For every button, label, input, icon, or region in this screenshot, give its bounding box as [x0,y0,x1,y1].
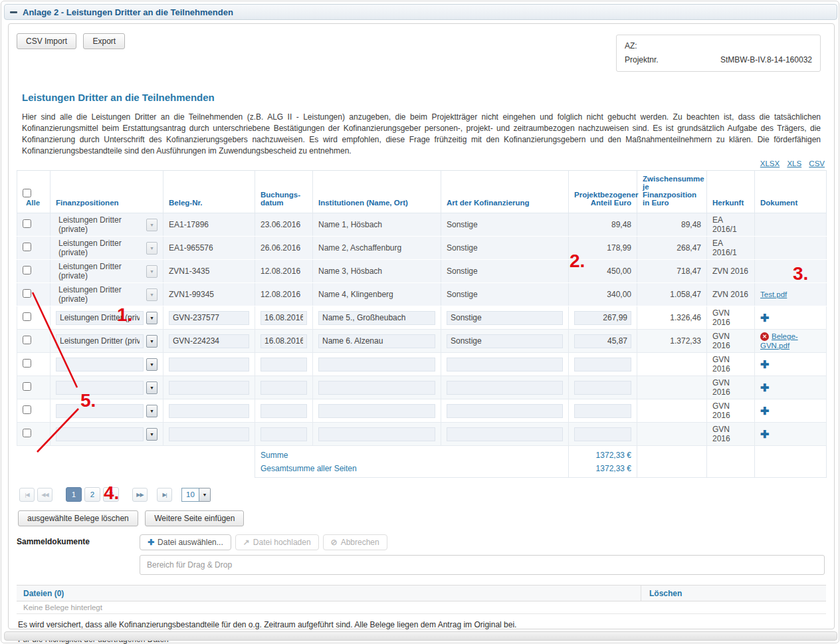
kofinanzierung-art-input[interactable] [447,311,563,325]
table-row: ▼GVN 2016✚ [17,423,827,446]
page-size-dropdown-button[interactable]: ▼ [199,488,211,502]
page-1-button[interactable]: 1 [66,487,82,502]
buchungsdatum-input[interactable] [261,358,307,372]
beleg-nr-input[interactable] [169,334,249,348]
buchungsdatum-value: 12.08.2016 [261,267,300,276]
zwischensumme-value: 1.372,33 [670,336,701,346]
col-header-zwischensumme: Zwischensumme je Finanzposition in Euro [637,171,707,213]
finanzposition-dropdown-button[interactable]: ▼ [146,335,158,348]
xls-link[interactable]: XLS [787,160,801,167]
add-document-button[interactable]: ✚ [760,405,769,417]
finanzposition-cell: ▼ [56,427,158,441]
finanzposition-input[interactable] [56,381,144,395]
row-select-checkbox[interactable] [23,429,31,437]
finanzposition-dropdown-button[interactable]: ▼ [146,312,158,324]
drag-drop-area[interactable]: Bereich für Drag & Drop [140,555,825,575]
row-select-checkbox[interactable] [23,382,31,391]
row-select-checkbox[interactable] [23,266,31,274]
delete-selected-button[interactable]: ausgewählte Belege löschen [18,510,138,526]
table-row: Leistungen Dritter (private)▼ZVN1-993451… [17,283,827,306]
beleg-nr-input[interactable] [169,381,249,395]
page-size-select[interactable]: 10 ▼ [181,488,211,502]
files-header: Dateien (0) [17,586,641,601]
kofinanzierung-art-input[interactable] [447,404,563,418]
anteil-input[interactable] [574,427,631,441]
institution-input[interactable] [318,404,435,418]
finanzposition-input[interactable] [56,404,144,418]
kofinanzierung-art-input[interactable] [447,427,563,441]
institution-input[interactable] [318,358,435,372]
row-select-checkbox[interactable] [23,243,31,251]
xlsx-link[interactable]: XLSX [760,160,780,167]
institution-value: Name 1, Hösbach [318,220,382,229]
institution-input[interactable] [318,334,435,348]
col-header-art-kofinanzierung: Art der Kofinanzierung [441,171,569,213]
csv-import-button[interactable]: CSV Import [17,33,76,49]
page-2-button[interactable]: 2 [84,487,100,502]
herkunft-value: EA 2016/1 [712,239,737,257]
add-document-button[interactable]: ✚ [760,382,769,393]
add-document-button[interactable]: ✚ [760,312,769,324]
collapse-minus-icon[interactable] [10,9,17,16]
beleg-nr-input[interactable] [169,427,249,441]
delete-document-button[interactable]: ✕ [760,332,769,341]
add-document-button[interactable]: ✚ [760,359,769,370]
finanzposition-input[interactable] [56,427,144,441]
buchungsdatum-input[interactable] [261,334,307,348]
next-page-button[interactable]: ▶▶ [132,488,148,502]
row-select-checkbox[interactable] [23,312,31,321]
select-all-label: Alle [26,199,40,207]
collapsed-section-bar[interactable] [4,631,837,641]
col-header-dokument: Dokument [755,171,827,213]
page-3-button[interactable]: 3 [103,487,119,502]
anteil-input[interactable] [574,334,631,348]
anteil-value: 89,48 [611,220,631,229]
finanzposition-input[interactable] [56,311,144,325]
finanzposition-dropdown-button[interactable]: ▼ [146,381,158,394]
buchungsdatum-input[interactable] [261,381,307,395]
institution-input[interactable] [318,427,435,441]
herkunft-value: GVN 2016 [712,308,730,327]
csv-link[interactable]: CSV [809,160,825,167]
sammeldokumente-label: Sammeldokumente [17,534,140,575]
last-page-button[interactable]: ▶| [157,488,172,502]
finanzposition-dropdown-button[interactable]: ▼ [146,405,158,417]
col-header-herkunft: Herkunft [707,171,755,213]
finanzposition-input[interactable] [56,334,144,348]
select-all-checkbox[interactable] [23,189,31,197]
herkunft-value: EA 2016/1 [712,215,737,234]
export-button[interactable]: Export [83,33,125,49]
institution-input[interactable] [318,381,435,395]
page-size-value: 10 [181,488,199,502]
row-select-checkbox[interactable] [23,405,31,414]
beleg-nr-input[interactable] [169,311,249,325]
buchungsdatum-input[interactable] [261,311,307,325]
buchungsdatum-input[interactable] [261,404,307,418]
row-select-checkbox[interactable] [23,336,31,344]
add-page-button[interactable]: Weitere Seite einfügen [145,510,244,526]
document-link[interactable]: Test.pdf [760,290,787,298]
row-select-checkbox[interactable] [23,219,31,228]
anteil-input[interactable] [574,381,631,395]
beleg-nr-input[interactable] [169,404,249,418]
institution-input[interactable] [318,311,435,325]
prev-page-button[interactable]: ◀◀ [37,488,52,502]
add-document-button[interactable]: ✚ [760,429,769,440]
buchungsdatum-input[interactable] [261,427,307,441]
table-row: ▼GVN 2016✚ [17,376,827,399]
kofinanzierung-art-input[interactable] [447,358,563,372]
finanzposition-dropdown-button[interactable]: ▼ [146,358,158,371]
choose-file-button[interactable]: ✚Datei auswählen... [140,534,231,550]
kofinanzierung-art-input[interactable] [447,381,563,395]
anteil-input[interactable] [574,358,631,372]
finanzposition-dropdown-button[interactable]: ▼ [146,428,158,441]
row-select-checkbox[interactable] [23,359,31,368]
row-select-checkbox[interactable] [23,289,31,298]
accordion-header[interactable]: Anlage 2 - Leistungen Dritter an die Tei… [4,4,837,20]
beleg-nr-input[interactable] [169,358,249,372]
first-page-button[interactable]: |◀ [19,488,35,502]
kofinanzierung-art-input[interactable] [447,334,563,348]
anteil-input[interactable] [574,311,631,325]
finanzposition-input[interactable] [56,358,144,372]
anteil-input[interactable] [574,404,631,418]
